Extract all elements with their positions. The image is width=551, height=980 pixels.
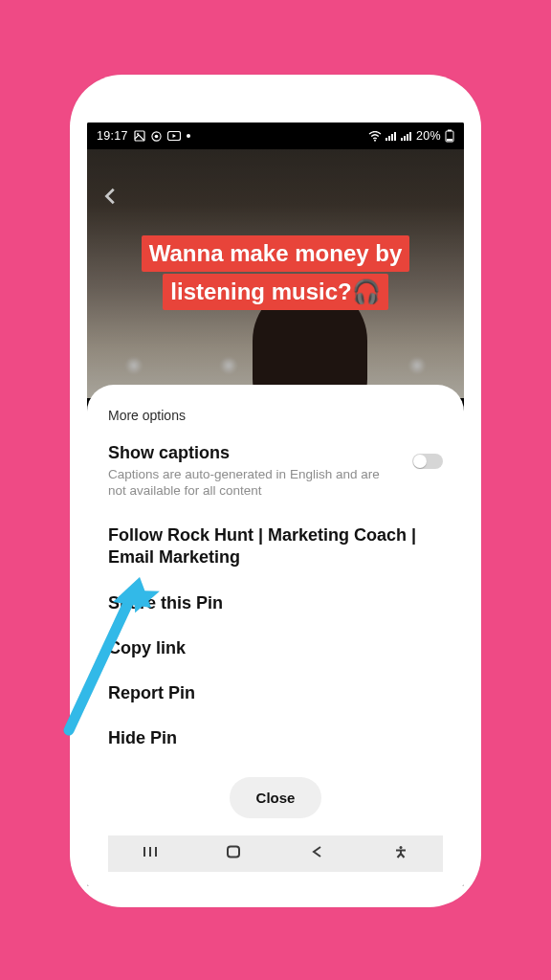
svg-rect-9 (394, 132, 396, 141)
status-bar: 19:17 (87, 122, 464, 149)
close-button[interactable]: Close (230, 777, 322, 818)
svg-rect-7 (388, 136, 390, 141)
follow-option[interactable]: Follow Rock Hunt | Marketing Coach | Ema… (108, 524, 443, 568)
recents-nav-icon[interactable] (141, 845, 160, 862)
pin-video-preview[interactable]: Wanna make money by listening music?🎧 (87, 149, 464, 398)
screen: 19:17 (87, 122, 464, 886)
svg-rect-13 (409, 132, 411, 141)
svg-rect-8 (391, 134, 393, 141)
signal-icon (386, 131, 397, 141)
signal-icon-2 (401, 131, 412, 141)
video-caption-line: listening music?🎧 (163, 274, 387, 310)
youtube-icon (167, 131, 181, 141)
show-captions-toggle[interactable] (412, 454, 443, 469)
hide-pin-option[interactable]: Hide Pin (108, 728, 443, 748)
battery-icon (445, 129, 454, 143)
sheet-title: More options (108, 408, 443, 423)
video-caption-line: Wanna make money by (142, 235, 410, 272)
svg-point-3 (154, 134, 158, 138)
home-nav-icon[interactable] (224, 845, 243, 862)
back-nav-icon[interactable] (308, 845, 327, 862)
back-button[interactable] (100, 186, 121, 211)
svg-point-21 (400, 846, 403, 849)
share-pin-option[interactable]: Share this Pin (108, 593, 443, 613)
svg-point-5 (374, 139, 376, 141)
svg-rect-12 (407, 134, 408, 141)
svg-rect-11 (404, 136, 406, 141)
show-captions-label: Show captions (108, 442, 386, 464)
svg-rect-16 (447, 139, 452, 141)
video-caption-overlay: Wanna make money by listening music?🎧 (109, 234, 442, 312)
accessibility-nav-icon[interactable] (391, 845, 410, 862)
svg-rect-10 (401, 138, 403, 141)
report-pin-option[interactable]: Report Pin (108, 683, 443, 703)
status-time: 19:17 (97, 129, 128, 143)
android-navbar (108, 835, 443, 872)
circle-icon (151, 131, 162, 142)
svg-rect-6 (386, 138, 387, 141)
show-captions-row[interactable]: Show captions Captions are auto-generate… (108, 442, 443, 500)
dot-icon (187, 134, 190, 138)
svg-rect-15 (448, 130, 452, 132)
copy-link-option[interactable]: Copy link (108, 638, 443, 658)
phone-frame: 19:17 (70, 75, 481, 907)
image-icon (134, 130, 145, 142)
show-captions-sublabel: Captions are auto-generated in English a… (108, 466, 386, 500)
battery-text: 20% (416, 129, 441, 143)
more-options-sheet: More options Show captions Captions are … (87, 385, 464, 886)
svg-rect-20 (228, 846, 239, 857)
wifi-icon (368, 131, 382, 142)
svg-line-25 (401, 854, 405, 858)
